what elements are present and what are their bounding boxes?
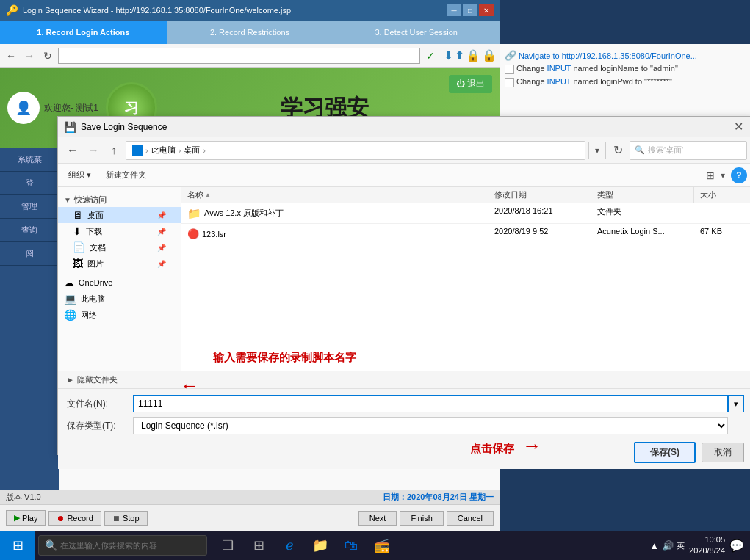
organize-button[interactable]: 组织 ▾ bbox=[64, 168, 95, 182]
step-2[interactable]: 2. Record Restrictions bbox=[167, 21, 333, 44]
record-button[interactable]: ⏺ Record bbox=[48, 511, 101, 526]
sidebar-network-item[interactable]: 🌐 网络 bbox=[58, 307, 181, 323]
toolbar-icon-2: ⬆ bbox=[455, 48, 464, 62]
sidebar-docs-item[interactable]: 📄 文档 📌 bbox=[58, 239, 181, 255]
play-button[interactable]: ▶ Play bbox=[6, 510, 46, 526]
dialog-close-button[interactable]: ✕ bbox=[729, 119, 747, 135]
taskbar-icon-edge[interactable]: ℯ bbox=[275, 531, 304, 560]
taskbar-icon-store[interactable]: 🛍 bbox=[336, 531, 366, 560]
close-button[interactable]: ✕ bbox=[479, 4, 494, 16]
go-button[interactable]: ✓ bbox=[422, 48, 439, 64]
stop-button[interactable]: ⏹ Stop bbox=[104, 511, 148, 526]
refresh-dialog-button[interactable]: ↻ bbox=[609, 142, 627, 159]
col-type[interactable]: 类型 bbox=[591, 187, 694, 203]
systray-up-icon: ▲ bbox=[649, 540, 659, 551]
triangle-icon: ► bbox=[67, 376, 74, 384]
right-log-text-3: Change INPUT named loginPwd to "*******" bbox=[516, 77, 672, 86]
file-row-2[interactable]: 🔴 123.lsr 2020/8/19 9:52 Acunetix Login … bbox=[181, 224, 750, 244]
pin-icon-3: 📌 bbox=[157, 244, 166, 252]
breadcrumb-pc: 此电脑 bbox=[151, 145, 176, 156]
breadcrumb-dropdown-button[interactable]: ▾ bbox=[588, 142, 606, 159]
web-greeting: 欢迎您- 测试1 bbox=[44, 102, 98, 114]
file-date-2: 2020/8/19 9:52 bbox=[488, 224, 591, 244]
sidebar-onedrive-item[interactable]: ☁ OneDrive bbox=[58, 274, 181, 291]
right-log-item-3: Change INPUT named loginPwd to "*******" bbox=[505, 76, 746, 89]
sidebar-item-2[interactable]: 登 bbox=[0, 172, 59, 195]
taskbar-search-icon: 🔍 bbox=[45, 539, 57, 551]
systray-icons: ▲ 🔊 英 bbox=[649, 540, 685, 551]
search-placeholder: 搜索'桌面' bbox=[648, 145, 683, 156]
save-dialog: 💾 Save Login Sequence ✕ ← → ↑ › 此电脑 › 桌面… bbox=[57, 116, 750, 455]
taskbar-icon-explorer[interactable]: 📁 bbox=[306, 531, 335, 560]
dialog-forward-button[interactable]: → bbox=[84, 142, 102, 159]
taskbar-icon-app[interactable]: 📻 bbox=[367, 531, 397, 560]
maximize-button[interactable]: □ bbox=[463, 4, 477, 16]
sidebar-desktop-label: 桌面 bbox=[87, 210, 104, 221]
wizard-icon: 🔑 bbox=[6, 4, 18, 16]
expand-icon: ▼ bbox=[64, 196, 71, 204]
view-dropdown-button[interactable]: ▾ bbox=[721, 170, 725, 181]
sidebar-item-3[interactable]: 管理 bbox=[0, 195, 59, 219]
col-date[interactable]: 修改日期 bbox=[488, 187, 591, 203]
dialog-bottom: 文件名(N): 11111 ▾ 保存类型(T): Login Sequence … bbox=[58, 388, 750, 469]
cancel-file-button[interactable]: 取消 bbox=[702, 443, 744, 462]
dialog-back-button[interactable]: ← bbox=[64, 142, 82, 159]
sidebar-desktop-item[interactable]: 🖥 桌面 📌 bbox=[58, 207, 181, 223]
refresh-button[interactable]: ↻ bbox=[40, 48, 56, 64]
dialog-up-button[interactable]: ↑ bbox=[105, 142, 123, 159]
record-icon: ⏺ bbox=[57, 514, 65, 523]
taskbar-right: ▲ 🔊 英 10:05 2020/8/24 💬 bbox=[649, 534, 750, 557]
finish-button[interactable]: Finish bbox=[400, 511, 443, 526]
cancel-wizard-button[interactable]: Cancel bbox=[447, 511, 494, 526]
titlebar-buttons: ─ □ ✕ bbox=[447, 4, 494, 16]
filename-dropdown-button[interactable]: ▾ bbox=[728, 395, 744, 412]
search-icon: 🔍 bbox=[635, 145, 645, 155]
new-folder-button[interactable]: 新建文件夹 bbox=[101, 168, 151, 182]
file-type-2: Acunetix Login S... bbox=[591, 224, 694, 244]
col-size[interactable]: 大小 bbox=[694, 187, 750, 203]
help-button[interactable]: ? bbox=[731, 167, 747, 183]
step-1[interactable]: 1. Record Login Actions bbox=[0, 21, 167, 44]
view-options-button[interactable]: ⊞ bbox=[706, 170, 715, 181]
back-button[interactable]: ← bbox=[3, 48, 19, 64]
sidebar-item-1[interactable]: 系统菜 bbox=[0, 148, 59, 172]
filetype-select[interactable]: Login Sequence (*.lsr) bbox=[133, 417, 728, 434]
file-row-1[interactable]: 📁 Avws 12.x 原版和补丁 2020/8/18 16:21 文件夹 bbox=[181, 203, 750, 224]
lsr-icon: 🔴 bbox=[187, 228, 199, 239]
systray-sound-icon: 🔊 bbox=[662, 540, 674, 551]
filename-label: 文件名(N): bbox=[67, 398, 133, 410]
step-3[interactable]: 3. Detect User Session bbox=[333, 21, 500, 44]
dialog-title: Save Login Sequence bbox=[81, 122, 725, 132]
forward-button[interactable]: → bbox=[21, 48, 37, 64]
url-input[interactable]: http://192.168.1.35:8080/FourInOne/jsp/a… bbox=[58, 48, 420, 64]
file-list: 名称 ▲ 修改日期 类型 大小 📁 Avws 12.x 原版和补丁 2020/8… bbox=[181, 187, 750, 371]
breadcrumb-sep-3: › bbox=[203, 146, 206, 155]
taskbar-search-input[interactable] bbox=[60, 541, 192, 550]
sidebar-pc-item[interactable]: 💻 此电脑 bbox=[58, 291, 181, 307]
dialog-toolbar: 组织 ▾ 新建文件夹 ⊞ ▾ ? bbox=[58, 164, 750, 187]
filename-input[interactable]: 11111 bbox=[133, 395, 728, 412]
file-type-1: 文件夹 bbox=[591, 203, 694, 223]
pics-icon: 🖼 bbox=[73, 258, 83, 269]
minimize-button[interactable]: ─ bbox=[447, 4, 461, 16]
left-sidebar: 系统菜 登 管理 查询 阅 bbox=[0, 148, 59, 490]
logout-button[interactable]: ⏻ 退出 bbox=[449, 75, 492, 93]
annotation-save-text: 点击保存 bbox=[470, 442, 514, 454]
sidebar-item-5[interactable]: 阅 bbox=[0, 242, 59, 266]
save-file-button[interactable]: 保存(S) bbox=[634, 442, 696, 463]
col-name[interactable]: 名称 ▲ bbox=[181, 187, 488, 203]
notification-button[interactable]: 💬 bbox=[729, 539, 744, 553]
taskbar-search[interactable]: 🔍 bbox=[38, 535, 207, 556]
browser-bar: ← → ↻ http://192.168.1.35:8080/FourInOne… bbox=[0, 44, 500, 68]
taskbar-icon-taskview[interactable]: ❑ bbox=[213, 531, 242, 560]
right-log-text-2: Change INPUT named loginName to "admin" bbox=[516, 64, 678, 73]
sidebar-download-item[interactable]: ⬇ 下载 📌 bbox=[58, 223, 181, 239]
next-button[interactable]: Next bbox=[358, 511, 397, 526]
hidden-folder-row: ► 隐藏文件夹 bbox=[58, 371, 750, 388]
taskbar-icon-windows[interactable]: ⊞ bbox=[244, 531, 273, 560]
toolbar-icon-4: 🔒 bbox=[482, 48, 497, 62]
breadcrumb: › 此电脑 › 桌面 › bbox=[126, 141, 585, 160]
sidebar-item-4[interactable]: 查询 bbox=[0, 219, 59, 242]
sidebar-pics-item[interactable]: 🖼 图片 📌 bbox=[58, 255, 181, 272]
start-button[interactable]: ⊞ bbox=[0, 531, 35, 560]
